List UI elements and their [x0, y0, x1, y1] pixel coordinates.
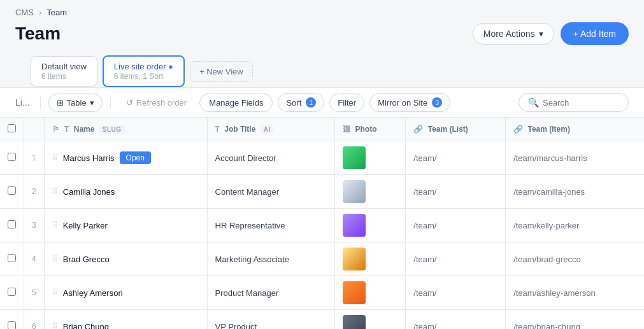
- mirror-badge: 3: [432, 97, 442, 108]
- sort-button[interactable]: Sort 1: [278, 93, 324, 112]
- view-tab-live[interactable]: Live site order ● 6 items, 1 Sort: [103, 55, 185, 87]
- team-list-cell: /team/: [406, 242, 506, 276]
- photo-thumbnail: [343, 248, 366, 270]
- photo-cell: [335, 310, 406, 330]
- team-item-cell: /team/camilla-jones: [506, 175, 644, 209]
- table-header-row: 🏳 T Name SLUG T Job Title AI 🖼 Photo 🔗 T…: [0, 118, 644, 141]
- team-list-cell: /team/: [406, 310, 506, 330]
- row-checkbox-cell[interactable]: [0, 276, 24, 310]
- row-checkbox-cell[interactable]: [0, 310, 24, 330]
- row-checkbox[interactable]: [8, 186, 16, 195]
- image-icon: 🖼: [343, 125, 350, 134]
- row-name: Ashley Amerson: [63, 288, 123, 298]
- link-icon: 🔗: [413, 125, 423, 134]
- row-checkbox[interactable]: [8, 321, 16, 329]
- col-job-title[interactable]: T Job Title AI: [207, 118, 335, 141]
- row-number: 2: [24, 175, 45, 209]
- add-item-header-button[interactable]: + Add Item: [561, 22, 629, 45]
- flag-icon: 🏳: [52, 125, 60, 134]
- col-photo[interactable]: 🖼 Photo: [335, 118, 406, 141]
- search-box: 🔍: [519, 93, 629, 112]
- row-name: Brian Chung: [63, 322, 109, 330]
- list-label: Li...: [15, 97, 30, 108]
- chevron-down-icon: ▾: [90, 98, 94, 108]
- page-header: Team More Actions ▾ + Add Item: [15, 22, 629, 45]
- open-button[interactable]: Open: [120, 151, 151, 164]
- name-cell: ⠿ Ashley Amerson: [44, 276, 207, 310]
- row-num-col: [24, 118, 45, 141]
- col-team-list[interactable]: 🔗 Team (List): [406, 118, 506, 141]
- team-item-cell: /team/brad-grecco: [506, 242, 644, 276]
- name-cell: ⠿ Camilla Jones: [44, 175, 207, 209]
- manage-fields-button[interactable]: Manage Fields: [199, 94, 273, 112]
- drag-handle[interactable]: ⠿: [52, 255, 58, 263]
- name-cell: ⠿ Brian Chung: [44, 310, 207, 330]
- table-row: 2 ⠿ Camilla Jones Content Manager /team/…: [0, 175, 644, 209]
- more-actions-button[interactable]: More Actions ▾: [473, 23, 554, 45]
- row-checkbox[interactable]: [8, 288, 16, 296]
- photo-cell: [335, 276, 406, 310]
- row-checkbox-cell[interactable]: [0, 141, 24, 175]
- row-number: 3: [24, 209, 45, 242]
- select-all-checkbox[interactable]: [8, 124, 16, 132]
- toolbar: Li... ⊞ Table ▾ ↺ Refresh order Manage F…: [0, 87, 644, 118]
- search-input[interactable]: [543, 98, 619, 108]
- row-checkbox[interactable]: [8, 153, 16, 161]
- photo-thumbnail: [343, 214, 366, 237]
- col-name[interactable]: 🏳 T Name SLUG: [44, 118, 207, 141]
- refresh-icon: ↺: [126, 98, 133, 108]
- table-row: 3 ⠿ Kelly Parker HR Representative /team…: [0, 209, 644, 242]
- table-row: 6 ⠿ Brian Chung VP Product /team/ /team/…: [0, 310, 644, 330]
- job-title-cell: HR Representative: [207, 209, 335, 242]
- select-all-col[interactable]: [0, 118, 24, 141]
- row-checkbox[interactable]: [8, 220, 16, 228]
- job-title-cell: Product Manager: [207, 276, 335, 310]
- row-name: Camilla Jones: [63, 187, 115, 197]
- table-button[interactable]: ⊞ Table ▾: [48, 94, 103, 112]
- table-icon: ⊞: [57, 98, 64, 108]
- row-checkbox[interactable]: [8, 254, 16, 262]
- drag-handle[interactable]: ⠿: [52, 221, 58, 230]
- header-actions: More Actions ▾ + Add Item: [473, 22, 629, 45]
- table-container: 🏳 T Name SLUG T Job Title AI 🖼 Photo 🔗 T…: [0, 118, 644, 329]
- drag-handle[interactable]: ⠿: [52, 288, 58, 297]
- job-title-cell: Account Director: [207, 141, 335, 175]
- toolbar-divider2: [110, 96, 111, 109]
- new-view-button[interactable]: + New View: [190, 61, 253, 82]
- job-title-cell: Marketing Associate: [207, 242, 335, 276]
- row-checkbox-cell[interactable]: [0, 242, 24, 276]
- team-item-cell: /team/kelly-parker: [506, 209, 644, 242]
- data-table: 🏳 T Name SLUG T Job Title AI 🖼 Photo 🔗 T…: [0, 118, 644, 329]
- drag-handle[interactable]: ⠿: [52, 153, 58, 162]
- filter-button[interactable]: Filter: [329, 94, 364, 112]
- mirror-on-site-button[interactable]: Mirror on Site 3: [369, 93, 450, 112]
- row-number: 1: [24, 141, 45, 175]
- text-icon: T: [64, 125, 69, 134]
- photo-cell: [335, 175, 406, 209]
- refresh-order-button[interactable]: ↺ Refresh order: [118, 94, 194, 111]
- row-number: 5: [24, 276, 45, 310]
- col-team-item[interactable]: 🔗 Team (Item): [506, 118, 644, 141]
- view-tab-default[interactable]: Default view 6 items: [31, 56, 97, 87]
- photo-thumbnail: [343, 180, 366, 203]
- row-name: Kelly Parker: [63, 221, 108, 230]
- breadcrumb-parent[interactable]: CMS: [15, 8, 34, 17]
- row-checkbox-cell[interactable]: [0, 209, 24, 242]
- row-name: Brad Grecco: [63, 255, 110, 264]
- photo-thumbnail: [343, 281, 366, 304]
- breadcrumb-current: Team: [47, 8, 67, 17]
- drag-handle[interactable]: ⠿: [52, 322, 58, 329]
- photo-cell: [335, 141, 406, 175]
- drag-handle[interactable]: ⠿: [52, 187, 58, 196]
- link-icon2: 🔗: [513, 125, 523, 134]
- table-row: 4 ⠿ Brad Grecco Marketing Associate /tea…: [0, 242, 644, 276]
- row-name: Marcus Harris: [63, 153, 115, 163]
- breadcrumb: CMS › Team: [15, 8, 629, 17]
- row-number: 4: [24, 242, 45, 276]
- team-list-cell: /team/: [406, 175, 506, 209]
- name-cell: ⠿ Brad Grecco: [44, 242, 207, 276]
- row-checkbox-cell[interactable]: [0, 175, 24, 209]
- team-list-cell: /team/: [406, 209, 506, 242]
- row-number: 6: [24, 310, 45, 330]
- table-row: 5 ⠿ Ashley Amerson Product Manager /team…: [0, 276, 644, 310]
